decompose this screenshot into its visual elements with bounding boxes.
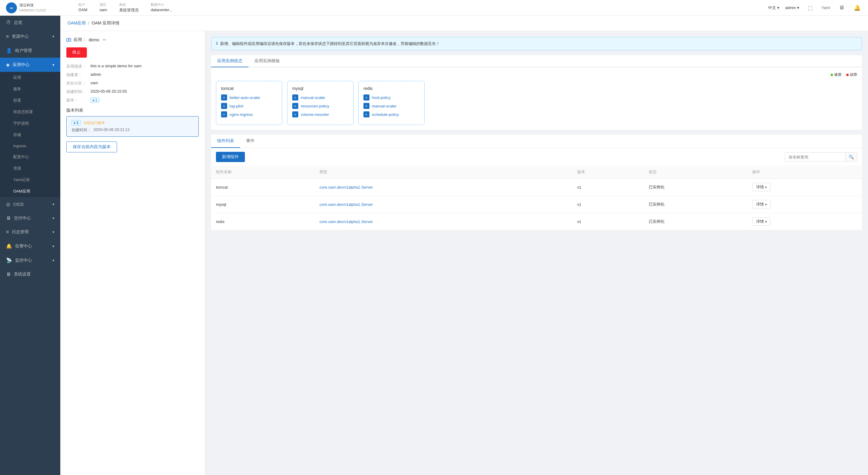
cell-status-1: 已实例化: [644, 196, 747, 213]
sidebar-item-guard[interactable]: 守护进程: [0, 118, 60, 129]
yaml-button[interactable]: Yaml: [821, 3, 831, 13]
cell-type-1: core.oam.dev/v1alpha1.Server: [315, 196, 572, 213]
language-chevron: ▾: [777, 5, 779, 10]
main-area: OAM应用 / OAM 应用详情 应用： demo ✏ 终止 应: [60, 16, 868, 475]
stop-button[interactable]: 终止: [66, 48, 87, 58]
project-label: 项目: [99, 2, 107, 7]
component-title-redis: redis: [364, 86, 420, 91]
component-title-tomcat: tomcat: [221, 86, 277, 91]
component-item-0-2: ≡ nginx-ingress: [221, 111, 277, 117]
save-version-button[interactable]: 保存当前内容为版本: [66, 142, 117, 152]
cell-version-2: v1: [572, 213, 644, 230]
sidebar-item-resource2[interactable]: 资源: [0, 162, 60, 174]
sidebar-item-tenant[interactable]: 👤 租户管理: [0, 43, 60, 58]
search-icon[interactable]: 🔍: [845, 153, 857, 161]
info-row-zone: 所在分区： oam: [66, 81, 199, 86]
language-selector[interactable]: 中文 ▾: [768, 5, 779, 10]
search-input[interactable]: [785, 153, 845, 161]
notification-icon[interactable]: 🔔: [852, 3, 862, 13]
component-box-redis: redis ≡ host-policy ≡ manual-scaler: [358, 81, 425, 125]
sidebar-label-yaml: Yaml记录: [13, 177, 30, 183]
tab-instance-status[interactable]: 应用实例状态: [211, 55, 249, 67]
sidebar-label-oamapp: OAM应用: [13, 188, 30, 194]
sidebar-item-overview[interactable]: ⏱ 总览: [0, 16, 60, 30]
comp-label-0-2: nginx-ingress: [229, 112, 253, 117]
detail-button-2[interactable]: 详情 ▾: [752, 217, 771, 226]
tenant-icon: 👤: [6, 48, 12, 53]
topbar-right: 中文 ▾ admin ▾ ⬚ Yaml 🖥 🔔: [768, 3, 862, 13]
zone-label: 所在分区：: [66, 81, 91, 86]
tab-events[interactable]: 事件: [240, 135, 260, 148]
sidebar-label-delivery: 交付中心: [14, 215, 31, 221]
brand: ∞ 谐云科技HARMONY CLOUD: [6, 2, 66, 13]
left-panel: 应用： demo ✏ 终止 应用描述： this is a simple dem…: [60, 31, 205, 475]
meta-role: 角色 系统管理员: [119, 2, 139, 13]
sidebar-item-cicd[interactable]: ◎ CICD ▾: [0, 197, 60, 211]
table-row: redis core.oam.dev/v1alpha1.Server v1 已实…: [211, 213, 862, 230]
component-item-2-0: ≡ host-policy: [364, 94, 420, 100]
app-label: 应用：: [73, 37, 86, 42]
sidebar-item-service[interactable]: 服务: [0, 83, 60, 95]
sidebar-item-alert[interactable]: 🔔 告警中心 ▾: [0, 239, 60, 253]
cell-action-1: 详情 ▾: [747, 196, 862, 213]
appcenter-chevron: ▾: [53, 63, 54, 67]
type-link-2[interactable]: core.oam.dev/v1alpha1.Server: [319, 219, 373, 224]
content-area: 应用： demo ✏ 终止 应用描述： this is a simple dem…: [60, 31, 868, 475]
sidebar-item-monitor[interactable]: 📡 监控中心 ▾: [0, 253, 60, 267]
instance-tabs: 应用实例状态 应用实例模板: [211, 55, 862, 67]
sidebar-item-oamapp[interactable]: OAM应用: [0, 186, 60, 197]
alert-chevron: ▾: [53, 244, 54, 248]
meta-datacenter: 数据中心 datacenter...: [151, 2, 173, 13]
sidebar-item-ingress[interactable]: Ingress: [0, 141, 60, 151]
export-icon[interactable]: ⬚: [805, 3, 815, 13]
sidebar-label-deploy: 部署: [13, 98, 21, 103]
user-selector[interactable]: admin ▾: [785, 5, 799, 10]
healthy-dot: [831, 73, 833, 76]
component-box-tomcat: tomcat ≡ better-auto-scaler ≡ log-pilot: [216, 81, 282, 125]
breadcrumb-parent[interactable]: OAM应用: [67, 21, 86, 26]
monitor-sidebar-icon: 📡: [6, 258, 12, 263]
resource-chevron: ▾: [53, 34, 54, 39]
sidebar-label-tenant: 租户管理: [15, 48, 32, 53]
sidebar-label-resource: 资源中心: [12, 34, 29, 39]
breadcrumb-separator: /: [88, 21, 89, 26]
sidebar-item-app[interactable]: 应用: [0, 72, 60, 83]
cell-name-1: mysql: [211, 196, 315, 213]
component-item-1-2: ≡ volume-mounter: [292, 111, 348, 117]
sidebar-item-appcenter[interactable]: ◈ 应用中心 ▾: [0, 58, 60, 72]
detail-button-1[interactable]: 详情 ▾: [752, 200, 771, 209]
add-component-button[interactable]: 新增组件: [216, 152, 245, 162]
desc-value: this is a simple demo for oam: [91, 64, 142, 69]
type-link-0[interactable]: core.oam.dev/v1alpha1.Server: [319, 185, 373, 189]
sidebar-item-syssettings[interactable]: 🖥 系统设置: [0, 267, 60, 281]
sidebar-item-yaml[interactable]: Yaml记录: [0, 174, 60, 186]
sidebar-item-config[interactable]: 配置中心: [0, 151, 60, 162]
sidebar-item-log[interactable]: ≡ 日志管理 ▾: [0, 225, 60, 239]
sidebar-item-deploy[interactable]: 部署: [0, 95, 60, 106]
version-value: 1: [95, 98, 97, 102]
detail-caret-2: ▾: [765, 220, 767, 223]
svg-text:∞: ∞: [10, 5, 13, 10]
cell-version-0: v1: [572, 179, 644, 196]
sidebar-label-settings: 系统设置: [14, 272, 31, 277]
sidebar-label-overview: 总览: [14, 20, 22, 25]
comp-icon-0-0: ≡: [221, 94, 227, 100]
sidebar-item-stateful[interactable]: 有状态部署: [0, 106, 60, 118]
monitor-icon[interactable]: 🖥: [837, 3, 846, 13]
edit-icon[interactable]: ✏: [103, 37, 106, 42]
sidebar-item-storage[interactable]: 存储: [0, 129, 60, 141]
component-box-mysql: mysql ≡ manual-scaler ≡ resources-policy: [287, 81, 353, 125]
sidebar-item-delivery[interactable]: 🖥 交付中心 ▾: [0, 211, 60, 225]
table-row: mysql core.oam.dev/v1alpha1.Server v1 已实…: [211, 196, 862, 213]
sidebar-label-stateful: 有状态部署: [13, 109, 33, 115]
tab-instance-template[interactable]: 应用实例模板: [249, 55, 286, 67]
type-link-1[interactable]: core.oam.dev/v1alpha1.Server: [319, 202, 373, 207]
detail-button-0[interactable]: 详情 ▾: [752, 183, 771, 191]
cell-name-0: tomcat: [211, 179, 315, 196]
settings-icon: 🖥: [6, 272, 11, 277]
user-chevron: ▾: [797, 5, 799, 10]
tab-comp-list[interactable]: 组件列表: [211, 135, 240, 148]
col-version: 版本: [572, 166, 644, 179]
sidebar-item-resource[interactable]: ≡ 资源中心 ▾: [0, 30, 60, 43]
table-row: tomcat core.oam.dev/v1alpha1.Server v1 已…: [211, 179, 862, 196]
